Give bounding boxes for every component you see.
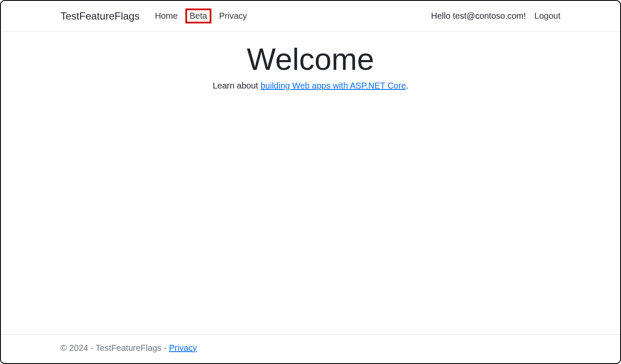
nav-home-link[interactable]: Home	[151, 9, 181, 23]
lead-suffix: .	[406, 81, 409, 90]
page-title: Welcome	[1, 42, 620, 77]
nav-left: TestFeatureFlags Home Beta Privacy	[61, 9, 251, 23]
main-content: Welcome Learn about building Web apps wi…	[1, 32, 620, 91]
user-greeting: Hello test@contoso.com!	[431, 11, 526, 21]
footer-copyright: © 2024 - TestFeatureFlags -	[61, 343, 169, 353]
lead-text: Learn about building Web apps with ASP.N…	[1, 81, 620, 91]
nav-privacy-link[interactable]: Privacy	[216, 9, 251, 23]
nav-right: Hello test@contoso.com! Logout	[431, 11, 560, 21]
nav-container: TestFeatureFlags Home Beta Privacy Hello…	[1, 9, 620, 23]
logout-link[interactable]: Logout	[534, 11, 560, 21]
lead-prefix: Learn about	[213, 81, 260, 90]
lead-link[interactable]: building Web apps with ASP.NET Core	[260, 81, 406, 90]
footer: © 2024 - TestFeatureFlags - Privacy	[1, 334, 620, 363]
nav-beta-link[interactable]: Beta	[185, 9, 211, 23]
brand-link[interactable]: TestFeatureFlags	[61, 10, 139, 22]
footer-privacy-link[interactable]: Privacy	[169, 343, 197, 353]
navbar: TestFeatureFlags Home Beta Privacy Hello…	[1, 1, 620, 32]
